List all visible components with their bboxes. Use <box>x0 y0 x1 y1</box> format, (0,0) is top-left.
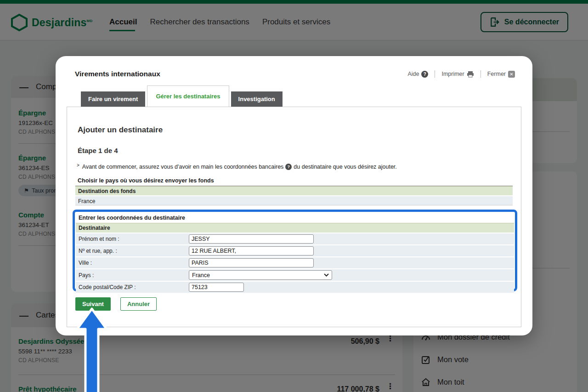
separator <box>435 70 435 78</box>
close-icon: ✕ <box>508 71 515 78</box>
destination-table: Destination des fonds France <box>75 186 513 205</box>
field-label-name: Prénom et nom : <box>76 233 186 245</box>
intro-text: > Avant de commencer, assurez vous d'avo… <box>77 164 521 170</box>
chevron-down-icon <box>324 273 329 277</box>
tab-panel: Ajouter un destinataire Étape 1 de 4 > A… <box>67 107 521 327</box>
tab-investigation[interactable]: Investigation <box>231 91 283 107</box>
step-indicator: Étape 1 de 4 <box>78 147 521 154</box>
intro-suffix: du destinataire que vous désirez ajouter… <box>294 164 396 170</box>
printer-icon <box>467 71 474 78</box>
field-label-country: Pays : <box>76 269 186 281</box>
help-icon: ? <box>421 71 428 78</box>
panel-heading: Ajouter un destinataire <box>78 125 521 135</box>
recipient-section-label: Entrer les coordonnées du destinataire <box>79 215 514 221</box>
separator <box>481 70 481 78</box>
field-label-city: Ville : <box>76 257 186 269</box>
destination-table-header: Destination des fonds <box>75 186 513 195</box>
name-field[interactable] <box>189 234 314 244</box>
recipient-header: Destinataire <box>76 223 514 233</box>
zip-field[interactable] <box>189 283 244 292</box>
pointer-arrow <box>74 305 110 392</box>
tab-faire-un-virement[interactable]: Faire un virement <box>81 91 145 107</box>
modal-tabs: Faire un virement Gérer les destinataire… <box>81 85 284 107</box>
cancel-button[interactable]: Annuler <box>120 297 157 311</box>
field-label-zip: Code postal/Code ZIP : <box>76 281 186 293</box>
tab-gerer-les-destinataires[interactable]: Gérer les destinataires <box>147 85 229 107</box>
close-label: Fermer <box>487 71 506 77</box>
intro-prefix: Avant de commencer, assurez vous d'avoir… <box>82 164 284 170</box>
street-field[interactable] <box>189 246 314 256</box>
modal-toolbar: Aide ? Imprimer Fermer ✕ <box>407 70 515 78</box>
country-select-value: France <box>192 272 210 278</box>
field-label-street: Nº et rue, app. : <box>76 245 186 257</box>
help-link[interactable]: Aide ? <box>407 71 428 78</box>
virements-modal: Virements internationaux Aide ? Imprimer… <box>56 56 532 335</box>
recipient-form: Destinataire Prénom et nom : Nº et rue, … <box>76 223 514 293</box>
help-label: Aide <box>407 71 419 77</box>
modal-title: Virements internationaux <box>75 70 160 78</box>
chevron-prefix: > <box>77 163 79 168</box>
print-label: Imprimer <box>441 71 464 77</box>
print-link[interactable]: Imprimer <box>441 71 474 78</box>
help-icon[interactable]: ? <box>285 164 292 170</box>
country-section-label: Choisir le pays où vous désirez envoyer … <box>78 177 521 184</box>
close-link[interactable]: Fermer ✕ <box>487 71 515 78</box>
city-field[interactable] <box>189 258 314 267</box>
highlight-box: Entrer les coordonnées du destinataire D… <box>73 210 517 291</box>
country-select[interactable]: France <box>189 270 332 280</box>
destination-country-value: France <box>75 195 513 205</box>
